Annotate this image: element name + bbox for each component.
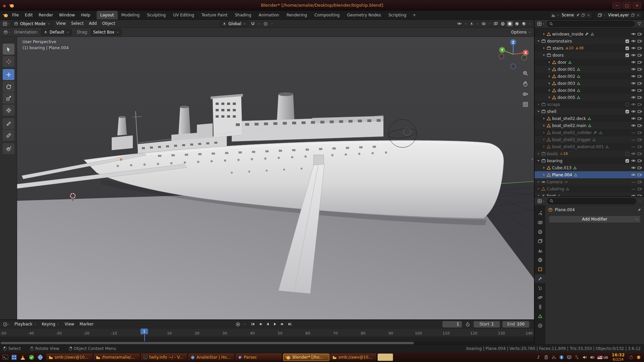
proportional-editing-icon[interactable] bbox=[263, 21, 269, 26]
checkoff-icon[interactable] bbox=[625, 152, 630, 156]
toggle-xray-icon[interactable] bbox=[493, 21, 499, 26]
menu-window[interactable]: Window bbox=[56, 11, 78, 19]
tool-cursor[interactable] bbox=[3, 56, 14, 67]
outliner-editor-type-icon[interactable] bbox=[536, 21, 545, 26]
collapse-icon[interactable] bbox=[536, 39, 541, 43]
outliner-row-bools[interactable]: bools16 bbox=[535, 150, 644, 157]
viewport-3d-scene[interactable] bbox=[17, 37, 534, 319]
taskbar-window-smb-awv-10-[interactable]: smb://awv@10... bbox=[47, 354, 93, 361]
next-keyframe-icon[interactable] bbox=[279, 321, 285, 327]
cam-icon[interactable] bbox=[637, 144, 642, 149]
vlc-launcher-icon[interactable] bbox=[19, 353, 27, 361]
cam-icon[interactable] bbox=[637, 88, 642, 93]
menu-edit[interactable]: Edit bbox=[22, 11, 36, 19]
tray-screenshot-icon[interactable] bbox=[551, 354, 557, 360]
cam-icon[interactable] bbox=[637, 39, 642, 44]
expand-icon[interactable] bbox=[536, 187, 541, 191]
eye-icon[interactable] bbox=[631, 165, 636, 170]
eye-icon[interactable] bbox=[631, 74, 636, 79]
workspace-tab-geometry-nodes[interactable]: Geometry Nodes bbox=[343, 11, 385, 19]
cam-icon[interactable] bbox=[637, 123, 642, 128]
shading-wireframe-icon[interactable] bbox=[500, 21, 506, 26]
cam-icon[interactable] bbox=[637, 67, 642, 72]
eye-icon[interactable] bbox=[631, 88, 636, 93]
previous-keyframe-icon[interactable] bbox=[257, 321, 263, 327]
shading-solid-icon[interactable] bbox=[507, 21, 513, 26]
drag-dropdown[interactable]: Select Box bbox=[91, 29, 122, 36]
jump-to-start-icon[interactable] bbox=[250, 321, 256, 327]
viewport-menu-view[interactable]: View bbox=[54, 20, 68, 27]
outliner-search-input[interactable] bbox=[547, 21, 635, 27]
outliner-row-boat-shell2-main[interactable]: boat_shell2.main bbox=[535, 122, 644, 129]
tool-add-cube[interactable] bbox=[3, 143, 14, 154]
expand-icon[interactable] bbox=[547, 81, 552, 85]
outliner-row-stairs[interactable]: stairs1038 bbox=[535, 45, 644, 52]
tray-bluetooth-icon[interactable] bbox=[559, 354, 565, 360]
expand-icon[interactable] bbox=[541, 166, 546, 170]
window-menu-icon[interactable]: ◆ bbox=[3, 3, 6, 8]
eye-icon[interactable] bbox=[631, 95, 636, 100]
navigation-gizmo[interactable]: Z X Y bbox=[497, 38, 529, 70]
workspace-tab-layout[interactable]: Layout bbox=[97, 11, 118, 19]
viewlayer-selector[interactable]: ViewLayer bbox=[596, 12, 642, 19]
snap-settings-chevron-icon[interactable] bbox=[257, 22, 261, 25]
viewport-menu-select[interactable]: Select bbox=[68, 20, 86, 27]
taskbar-clock[interactable]: 16:32 6/2/24 bbox=[612, 353, 625, 361]
frame-start-field[interactable]: Start1 bbox=[474, 321, 500, 327]
workspace-tab-compositing[interactable]: Compositing bbox=[311, 11, 343, 19]
jump-to-end-icon[interactable] bbox=[287, 321, 293, 327]
eyeoff-icon[interactable] bbox=[631, 179, 636, 184]
terminal-launcher-icon[interactable] bbox=[1, 353, 9, 361]
current-frame-field[interactable]: 1 bbox=[442, 321, 462, 327]
expand-icon[interactable] bbox=[541, 32, 546, 36]
eye-icon[interactable] bbox=[631, 81, 636, 86]
eyeoff-icon[interactable] bbox=[631, 186, 636, 191]
outliner-row-door-002[interactable]: door.002 bbox=[535, 73, 644, 80]
expand-icon[interactable] bbox=[541, 46, 546, 50]
checkoff-icon[interactable] bbox=[625, 102, 630, 107]
cam-icon[interactable] bbox=[637, 102, 642, 107]
cam-icon[interactable] bbox=[637, 193, 642, 196]
workspace-tab-rendering[interactable]: Rendering bbox=[283, 11, 311, 19]
expand-icon[interactable] bbox=[547, 96, 552, 99]
orientation-dropdown[interactable]: Default bbox=[41, 29, 72, 36]
timeline-ruler[interactable]: -50-40-30-20-100102030405060708090100110… bbox=[0, 328, 534, 337]
outliner-row-shell[interactable]: shell bbox=[535, 108, 644, 115]
menu-file[interactable]: File bbox=[9, 11, 22, 19]
menu-render[interactable]: Render bbox=[36, 11, 56, 19]
shading-material-icon[interactable] bbox=[514, 21, 520, 26]
expand-icon[interactable] bbox=[541, 117, 546, 120]
unlink-icon[interactable] bbox=[587, 13, 590, 17]
sidebar-toggle-arrow[interactable]: ‹ bbox=[531, 156, 533, 162]
properties-filter-icon[interactable] bbox=[638, 199, 642, 203]
close-button[interactable]: × bbox=[633, 2, 641, 9]
timeline-track-area[interactable] bbox=[0, 337, 534, 341]
cam-icon[interactable] bbox=[637, 165, 642, 170]
outliner-row-spot[interactable]: Spot bbox=[535, 192, 644, 196]
outliner-row-boat-shell2-collider[interactable]: boat_shell2_collider bbox=[535, 129, 644, 136]
outliner-row-door-004[interactable]: door.004 bbox=[535, 87, 644, 94]
outliner-row-boat-shell2-watercut-001[interactable]: boat_shell2_watercut.001 bbox=[535, 143, 644, 150]
eye-icon[interactable] bbox=[631, 32, 636, 37]
tray-music-icon[interactable]: ♪ bbox=[536, 354, 541, 360]
outliner-row-cubefog[interactable]: CubeFog bbox=[535, 185, 644, 192]
properties-tab-output[interactable] bbox=[535, 227, 545, 236]
properties-tab-particles[interactable] bbox=[535, 284, 545, 292]
cam-icon[interactable] bbox=[637, 53, 642, 58]
eye-icon[interactable] bbox=[631, 53, 636, 58]
taskbar-window-blank-7[interactable] bbox=[378, 354, 393, 361]
checkon-icon[interactable] bbox=[625, 46, 630, 51]
tool-select-box[interactable] bbox=[3, 44, 14, 55]
add-modifier-button[interactable]: Add Modifier bbox=[549, 216, 641, 223]
outliner-filter-icon[interactable] bbox=[636, 21, 642, 26]
eye-icon[interactable] bbox=[631, 39, 636, 44]
cam-icon[interactable] bbox=[637, 186, 642, 191]
workspace-tab-shading[interactable]: Shading bbox=[231, 11, 255, 19]
minimize-button[interactable]: − bbox=[612, 2, 621, 9]
keyboard-layout-indicator[interactable]: us bbox=[597, 355, 608, 360]
eye-icon[interactable] bbox=[631, 123, 636, 128]
eye-icon[interactable] bbox=[631, 158, 636, 163]
properties-tab-object-data[interactable] bbox=[535, 312, 545, 320]
properties-tab-material[interactable] bbox=[535, 321, 545, 330]
viewport-menu-object[interactable]: Object bbox=[99, 20, 118, 27]
